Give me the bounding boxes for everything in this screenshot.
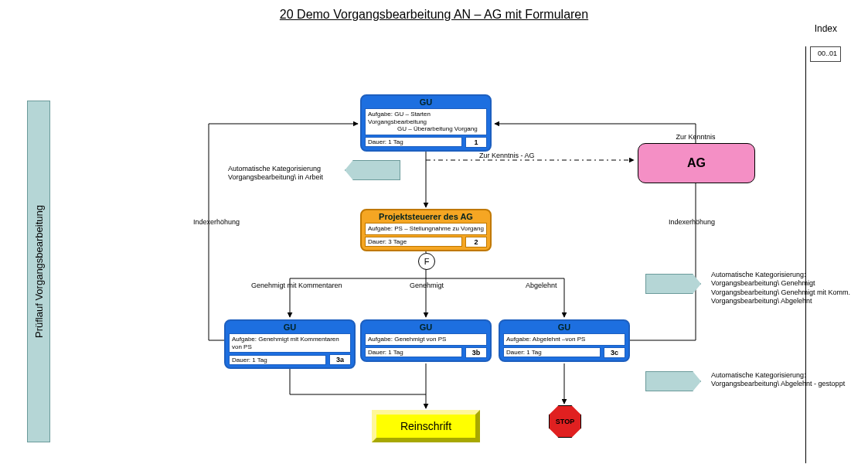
box1-header: GU: [362, 96, 490, 108]
box1-task: Aufgabe: GU – Starten Vorgangsbearbeitun…: [365, 108, 487, 135]
ag-caption: Zur Kenntnis: [638, 133, 754, 141]
process-box-1: GU Aufgabe: GU – Starten Vorgangsbearbei…: [360, 94, 492, 152]
label-auto-kat-l2: Vorgangsbearbeitung\ in Arbeit: [228, 173, 323, 182]
box3c-num: 3c: [604, 347, 625, 358]
ag-label: AG: [687, 156, 706, 170]
box1-num: 1: [465, 137, 487, 148]
decision-circle: F: [418, 253, 435, 270]
process-box-3a: GU Aufgabe: Genehmigt mit Kommentaren vo…: [224, 319, 356, 369]
label-right1: Automatische Kategorisierung: Vorgangsbe…: [711, 271, 850, 305]
box2-duration: Dauer: 3 Tage: [365, 237, 462, 247]
label-right2-l1: Automatische Kategorisierung:: [711, 371, 845, 380]
box2-task: Aufgabe: PS – Stellungnahme zu Vorgang: [365, 223, 487, 235]
reinschrift-box: Reinschrift: [372, 410, 480, 442]
label-index-left: Indexerhöhung: [193, 218, 240, 227]
box3a-header: GU: [226, 321, 354, 333]
sidebar-label: Prüflauf Vorgangsbearbeitung: [33, 205, 45, 338]
label-right1-l1: Automatische Kategorisierung:: [711, 271, 850, 279]
box2-num: 2: [465, 237, 487, 247]
label-branch-a: Genehmigt mit Kommentaren: [251, 282, 342, 290]
box3b-duration: Dauer: 1 Tag: [365, 347, 462, 357]
block-arrow-right-1: [645, 274, 701, 294]
stop-label: STOP: [556, 418, 574, 425]
label-right1-l4: Vorgangsbearbeitung\ Abgelehnt: [711, 297, 850, 305]
process-box-3b: GU Aufgabe: Genehmigt von PS Dauer: 1 Ta…: [360, 319, 492, 362]
box3c-task: Aufgabe: Abgelehnt –von PS: [503, 333, 625, 346]
label-branch-b: Genehmigt: [410, 282, 444, 290]
label-zur-kenntnis: Zur Kenntnis - AG: [479, 152, 535, 160]
label-auto-kat-l1: Automatische Kategorisierung: [228, 165, 323, 173]
page-title: 20 Demo Vorgangsbearbeitung AN – AG mit …: [0, 8, 868, 22]
label-branch-c: Abgelehnt: [526, 282, 557, 290]
box1-task-l2: GU – Überarbeitung Vorgang: [368, 125, 484, 133]
box3c-duration: Dauer: 1 Tag: [503, 347, 601, 357]
box3b-num: 3b: [465, 347, 487, 358]
box3c-header: GU: [500, 321, 628, 333]
box3b-task: Aufgabe: Genehmigt von PS: [365, 333, 487, 346]
box3a-task: Aufgabe: Genehmigt mit Kommentaren von P…: [229, 333, 351, 353]
box3b-header: GU: [362, 321, 490, 333]
process-box-3c: GU Aufgabe: Abgelehnt –von PS Dauer: 1 T…: [499, 319, 630, 362]
decision-label: F: [424, 257, 430, 266]
box3a-num: 3a: [329, 354, 351, 365]
box1-task-l1: Aufgabe: GU – Starten Vorgangsbearbeitun…: [368, 111, 484, 125]
box1-duration: Dauer: 1 Tag: [365, 137, 462, 147]
index-label: Index: [815, 23, 837, 34]
label-right2-l2: Vorgangsbearbeitung\ Abgelehnt - gestopp…: [711, 380, 845, 388]
stop-sign: STOP: [549, 405, 581, 438]
box3a-duration: Dauer: 1 Tag: [229, 355, 326, 365]
right-divider: [805, 46, 806, 463]
process-box-2: Projektsteuerer des AG Aufgabe: PS – Ste…: [360, 209, 492, 251]
label-right1-l3: Vorgangsbearbeitung\ Genehmigt mit Komm.: [711, 288, 850, 297]
label-right1-l2: Vorgangsbearbeitung\ Genehmigt: [711, 279, 850, 288]
block-arrow-right-2: [645, 371, 701, 391]
index-box: 00..01: [810, 46, 841, 62]
label-index-right: Indexerhöhung: [669, 218, 715, 227]
block-arrow-left: [345, 160, 400, 180]
box2-header: Projektsteuerer des AG: [362, 210, 490, 223]
label-auto-kat: Automatische Kategorisierung Vorgangsbea…: [228, 165, 323, 183]
label-right2: Automatische Kategorisierung: Vorgangsbe…: [711, 371, 845, 389]
ag-box: AG: [638, 143, 755, 183]
reinschrift-label: Reinschrift: [400, 420, 451, 432]
sidebar: Prüflauf Vorgangsbearbeitung: [27, 101, 50, 442]
